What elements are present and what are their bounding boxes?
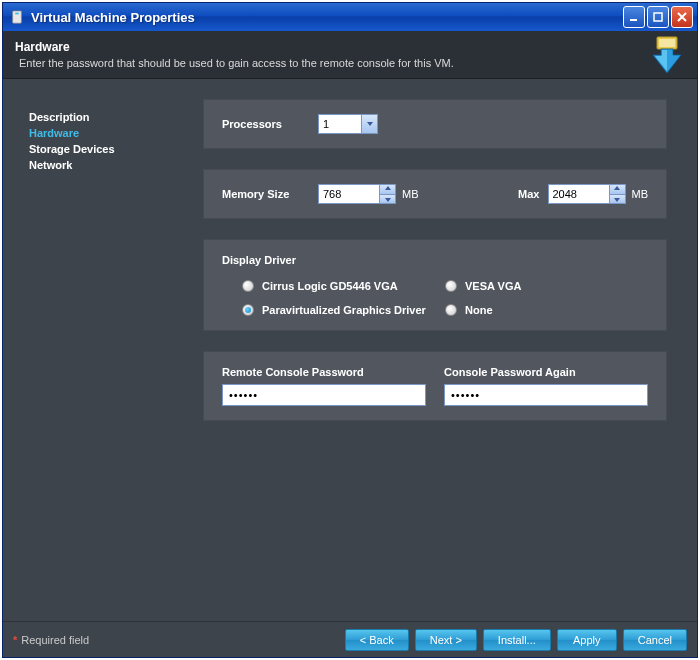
svg-rect-5: [659, 39, 675, 47]
sidebar-item-description[interactable]: Description: [29, 109, 203, 125]
close-button[interactable]: [671, 6, 693, 28]
password-input[interactable]: [222, 384, 426, 406]
sidebar-item-network[interactable]: Network: [29, 157, 203, 173]
memory-max-label: Max: [502, 188, 548, 200]
radio-none[interactable]: None: [445, 304, 648, 316]
processors-select[interactable]: 1: [318, 114, 378, 134]
memory-size-value: 768: [319, 188, 379, 200]
radio-vesa[interactable]: VESA VGA: [445, 280, 648, 292]
radio-label: Cirrus Logic GD5446 VGA: [262, 280, 398, 292]
sidebar-item-storage-devices[interactable]: Storage Devices: [29, 141, 203, 157]
memory-max-unit: MB: [632, 188, 649, 200]
processors-label: Processors: [222, 118, 318, 130]
processors-value: 1: [319, 118, 361, 130]
main: Processors 1 Memory Size 768: [203, 79, 697, 621]
titlebar: Virtual Machine Properties: [3, 3, 697, 31]
password-panel: Remote Console Password Console Password…: [203, 351, 667, 421]
chevron-down-icon[interactable]: [361, 115, 377, 133]
required-note: * Required field: [13, 634, 89, 646]
required-note-text: Required field: [21, 634, 89, 646]
page-subtitle: Enter the password that should be used t…: [15, 57, 685, 69]
page-title: Hardware: [15, 40, 685, 54]
content: Description Hardware Storage Devices Net…: [3, 79, 697, 621]
svg-marker-11: [614, 186, 620, 190]
radio-icon: [242, 280, 254, 292]
password-confirm-input[interactable]: [444, 384, 648, 406]
svg-rect-3: [654, 13, 662, 21]
memory-panel: Memory Size 768 MB Max 2048: [203, 169, 667, 219]
spin-down-icon[interactable]: [610, 195, 625, 204]
svg-marker-10: [385, 198, 391, 202]
memory-label: Memory Size: [222, 188, 318, 200]
cancel-button[interactable]: Cancel: [623, 629, 687, 651]
minimize-button[interactable]: [623, 6, 645, 28]
memory-max-value: 2048: [549, 188, 609, 200]
spin-up-icon[interactable]: [610, 185, 625, 195]
display-driver-panel: Display Driver Cirrus Logic GD5446 VGA V…: [203, 239, 667, 331]
radio-label: VESA VGA: [465, 280, 521, 292]
radio-icon: [242, 304, 254, 316]
window: Virtual Machine Properties Hardware Ente…: [2, 2, 698, 658]
radio-icon: [445, 280, 457, 292]
window-title: Virtual Machine Properties: [31, 10, 623, 25]
radio-icon: [445, 304, 457, 316]
radio-label: None: [465, 304, 493, 316]
password-confirm-label: Console Password Again: [444, 366, 648, 378]
processors-panel: Processors 1: [203, 99, 667, 149]
install-button[interactable]: Install...: [483, 629, 551, 651]
svg-marker-8: [367, 122, 373, 126]
back-button[interactable]: < Back: [345, 629, 409, 651]
spin-up-icon[interactable]: [380, 185, 395, 195]
memory-size-spinner[interactable]: 768: [318, 184, 396, 204]
download-icon: [647, 35, 687, 75]
asterisk-icon: *: [13, 634, 17, 646]
header: Hardware Enter the password that should …: [3, 31, 697, 79]
next-button[interactable]: Next >: [415, 629, 477, 651]
display-driver-label: Display Driver: [222, 254, 648, 266]
svg-rect-2: [630, 19, 637, 21]
radio-cirrus[interactable]: Cirrus Logic GD5446 VGA: [242, 280, 445, 292]
memory-unit: MB: [402, 188, 419, 200]
password-label: Remote Console Password: [222, 366, 426, 378]
memory-max-spinner[interactable]: 2048: [548, 184, 626, 204]
maximize-button[interactable]: [647, 6, 669, 28]
svg-marker-12: [614, 198, 620, 202]
svg-rect-1: [15, 13, 19, 15]
sidebar-item-hardware[interactable]: Hardware: [29, 125, 203, 141]
footer: * Required field < Back Next > Install..…: [3, 621, 697, 657]
svg-marker-9: [385, 186, 391, 190]
spin-down-icon[interactable]: [380, 195, 395, 204]
app-icon: [9, 9, 25, 25]
sidebar: Description Hardware Storage Devices Net…: [3, 79, 203, 621]
radio-paravirtualized[interactable]: Paravirtualized Graphics Driver: [242, 304, 445, 316]
apply-button[interactable]: Apply: [557, 629, 617, 651]
radio-label: Paravirtualized Graphics Driver: [262, 304, 426, 316]
